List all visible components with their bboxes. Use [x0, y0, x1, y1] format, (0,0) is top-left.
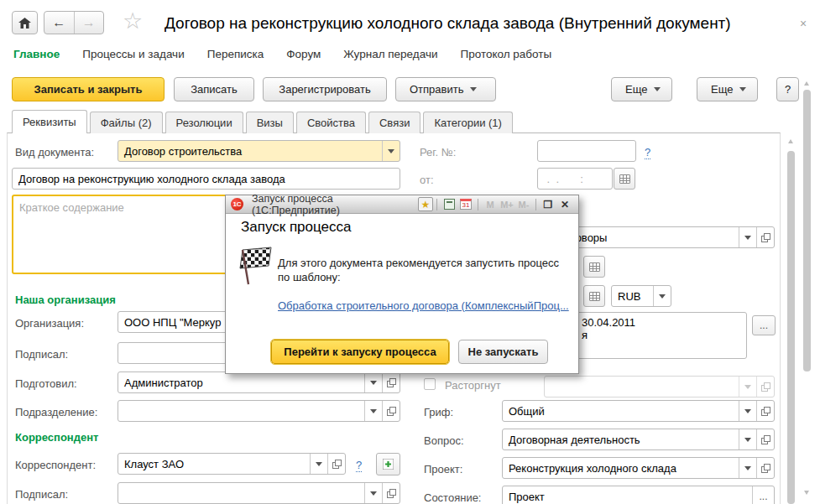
inner-scrollbar-thumb[interactable]	[787, 151, 795, 504]
question-open-button[interactable]	[756, 429, 774, 449]
doc-kind-combo[interactable]: Договор строительства	[118, 140, 400, 162]
from-date-input[interactable]	[537, 168, 613, 190]
dialog-heading: Запуск процесса	[241, 219, 351, 236]
doc-name-input[interactable]	[12, 168, 400, 190]
1c-logo-icon: 1С	[231, 198, 243, 210]
send-button[interactable]: Отправить	[395, 77, 496, 101]
department-combo[interactable]	[118, 400, 400, 422]
register-button[interactable]: Зарегистрировать	[263, 77, 387, 101]
menu-item-processes[interactable]: Процессы и задачи	[82, 48, 184, 60]
question-dropdown-button[interactable]	[739, 429, 756, 449]
signed-by-label: Подписал:	[15, 348, 68, 361]
scroll-down-icon[interactable]	[804, 491, 809, 495]
maximize-icon[interactable]: ❒	[540, 197, 556, 211]
menu-item-correspondence[interactable]: Переписка	[207, 48, 264, 60]
chevron-down-icon	[744, 466, 751, 470]
more-left-button[interactable]: Еще	[611, 77, 672, 101]
tab-links[interactable]: Связи	[368, 112, 420, 133]
tab-strip: Реквизиты Файлы (2) Резолюции Визы Свойс…	[12, 110, 515, 133]
chevron-down-icon	[370, 491, 377, 496]
correspondent-help-link[interactable]: ?	[356, 459, 362, 472]
grif-open-button[interactable]	[756, 401, 774, 421]
menu-item-transfer-log[interactable]: Журнал передачи	[343, 48, 437, 60]
menu-item-main[interactable]: Главное	[13, 48, 60, 60]
grif-combo[interactable]: Общий	[502, 400, 775, 422]
state-more-button[interactable]: ...	[752, 486, 774, 504]
create-correspondent-button[interactable]	[376, 453, 400, 475]
correspondent-dropdown-button[interactable]	[310, 454, 327, 474]
folder-open-button[interactable]	[756, 227, 774, 247]
calculator-icon[interactable]	[441, 197, 457, 211]
doc-kind-label: Вид документа:	[15, 146, 94, 158]
prepared-by-combo[interactable]: Администратор	[118, 372, 400, 393]
memory-m-plus-button[interactable]: M+	[499, 197, 515, 211]
history-nav: ← →	[44, 11, 104, 34]
prepared-by-open-button[interactable]	[382, 372, 400, 392]
corr-signed-dropdown-button[interactable]	[364, 483, 382, 503]
department-dropdown-button[interactable]	[364, 401, 382, 421]
favorites-icon[interactable]: ★	[418, 197, 433, 211]
dialog-close-icon[interactable]: ✕	[556, 197, 573, 211]
process-template-link[interactable]: Обработка строительного договора (Компле…	[278, 299, 569, 312]
help-button[interactable]: ?	[776, 77, 799, 101]
grif-dropdown-button[interactable]	[739, 401, 756, 421]
window-scrollbar-thumb[interactable]	[803, 90, 811, 372]
question-combo[interactable]: Договорная деятельность	[502, 429, 775, 450]
chevron-down-icon	[370, 381, 377, 385]
department-open-button[interactable]	[382, 401, 400, 421]
back-button[interactable]: ←	[44, 12, 75, 34]
correspondent-combo[interactable]: Клауст ЗАО	[118, 453, 346, 475]
tab-categories[interactable]: Категории (1)	[423, 112, 513, 133]
divider	[478, 199, 478, 210]
forward-button[interactable]: →	[75, 12, 104, 34]
project-combo[interactable]: Реконструкция холодного склада	[502, 457, 775, 479]
section-menu: Главное Процессы и задачи Переписка Фору…	[13, 48, 551, 60]
window-scrollbar[interactable]	[802, 80, 812, 504]
department-label: Подразделение:	[15, 406, 97, 418]
memory-m-minus-button[interactable]: M-	[515, 197, 532, 211]
calendar-icon[interactable]: 31	[457, 197, 474, 211]
corr-signed-by-combo[interactable]	[118, 482, 400, 504]
question-label: Вопрос:	[424, 434, 464, 447]
menu-item-work-protocol[interactable]: Протокол работы	[460, 48, 551, 60]
project-dropdown-button[interactable]	[739, 458, 756, 478]
from-date-calendar-button[interactable]	[614, 168, 635, 190]
tab-requisites[interactable]: Реквизиты	[12, 110, 87, 133]
prepared-by-dropdown-button[interactable]	[364, 372, 382, 392]
doc-kind-dropdown-button[interactable]	[382, 141, 400, 161]
validity-more-button[interactable]: ...	[752, 315, 776, 335]
tab-files[interactable]: Файлы (2)	[90, 112, 163, 133]
reg-number-input[interactable]	[537, 140, 636, 162]
close-window-icon[interactable]: ×	[800, 17, 807, 30]
currency-dropdown-button[interactable]	[653, 286, 671, 306]
do-not-launch-button[interactable]: Не запускать	[458, 340, 548, 364]
tab-resolutions[interactable]: Резолюции	[165, 112, 243, 133]
calculator-button[interactable]	[583, 285, 605, 307]
save-and-close-button[interactable]: Записать и закрыть	[12, 77, 165, 101]
reg-number-help-link[interactable]: ?	[645, 146, 650, 159]
chevron-down-icon	[739, 87, 746, 91]
memory-m-button[interactable]: M	[482, 197, 499, 211]
state-field[interactable]: Проект ...	[502, 486, 775, 504]
correspondent-open-button[interactable]	[327, 454, 345, 474]
currency-combo[interactable]: RUB	[611, 285, 671, 307]
scroll-up-icon[interactable]	[804, 81, 809, 86]
menu-item-forum[interactable]: Форум	[286, 48, 321, 60]
folder-dropdown-button[interactable]	[739, 227, 756, 247]
cancelled-checkbox[interactable]	[424, 378, 436, 390]
more-right-button[interactable]: Еще	[697, 77, 758, 101]
go-to-process-launch-button[interactable]: Перейти к запуску процесса	[271, 340, 449, 364]
tab-visas[interactable]: Визы	[246, 112, 294, 133]
tab-properties[interactable]: Свойства	[296, 112, 366, 133]
chevron-down-icon	[388, 149, 394, 153]
corr-signed-open-button[interactable]	[382, 483, 400, 503]
scroll-up-icon[interactable]	[788, 139, 793, 143]
open-form-icon	[761, 464, 770, 473]
favorite-star-icon[interactable]: ☆	[123, 10, 143, 33]
date-picker-button[interactable]	[583, 256, 605, 278]
save-button[interactable]: Записать	[174, 77, 254, 101]
project-open-button[interactable]	[756, 458, 774, 478]
dialog-titlebar[interactable]: 1С Запуск процесса (1С:Предприятие) ★ 31…	[226, 195, 578, 214]
home-button[interactable]	[12, 11, 38, 34]
inner-scrollbar[interactable]	[786, 134, 796, 504]
